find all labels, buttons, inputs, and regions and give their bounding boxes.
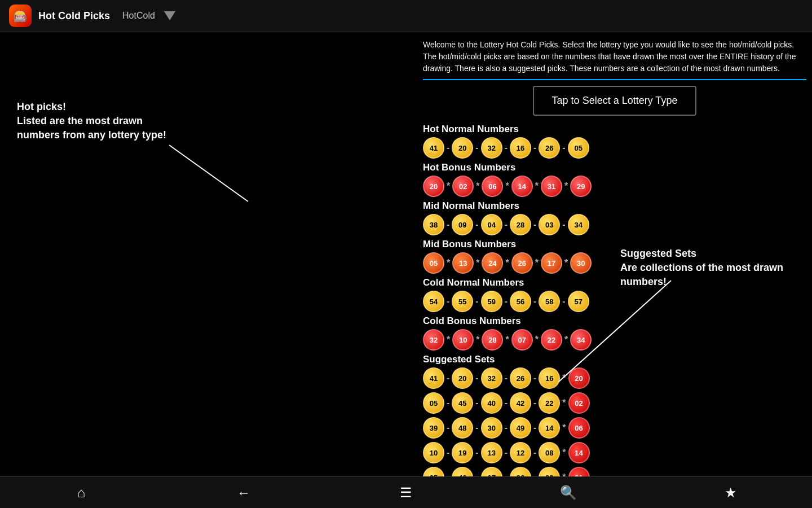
lottery-ball: 05	[423, 392, 444, 414]
ball-separator: -	[504, 373, 509, 383]
balls-row: 38-09-04-28-03-34	[423, 214, 806, 235]
tab-label: HotCold	[122, 11, 155, 21]
lottery-ball: 17	[541, 252, 562, 274]
right-annotation: Suggested Sets Are collections of the mo…	[620, 247, 801, 290]
ball-separator: -	[504, 448, 509, 458]
nav-menu[interactable]: ☰	[389, 480, 423, 505]
lottery-ball: 20	[452, 367, 473, 389]
lottery-ball: 06	[482, 176, 503, 197]
nav-favorites[interactable]: ★	[714, 480, 748, 505]
ball-separator: *	[563, 335, 569, 345]
lottery-ball: 13	[481, 442, 502, 463]
suggested-sets-label: Suggested Sets Are collections of the mo…	[620, 247, 801, 290]
lottery-ball: 32	[481, 137, 502, 159]
balls-row: 05-45-40-42-22*02	[423, 392, 806, 414]
lottery-ball: 14	[539, 417, 560, 439]
ball-separator: *	[475, 335, 480, 345]
ball-separator: *	[561, 398, 567, 408]
lottery-ball: 16	[539, 367, 560, 389]
lottery-ball: 54	[423, 291, 444, 312]
lottery-ball: 59	[481, 291, 502, 312]
lottery-ball: 05	[423, 252, 444, 274]
lottery-ball: 08	[539, 442, 560, 463]
lottery-ball: 31	[541, 176, 562, 197]
lottery-ball: 28	[482, 329, 503, 351]
lottery-ball: 20	[452, 137, 473, 159]
section-label-suggested: Suggested Sets	[423, 354, 806, 365]
lottery-ball: 06	[568, 417, 590, 439]
balls-row: 32*10*28*07*22*34	[423, 329, 806, 351]
left-annotation: Hot picks! Listed are the most drawn num…	[17, 100, 197, 143]
lottery-ball: 32	[423, 329, 444, 351]
lottery-ball: 02	[568, 392, 590, 414]
nav-back[interactable]: ←	[227, 480, 261, 505]
balls-row: 41-20-32-26-16*20	[423, 367, 806, 389]
ball-separator: -	[445, 423, 451, 433]
ball-separator: *	[445, 181, 451, 191]
section-label-mid_normal: Mid Normal Numbers	[423, 200, 806, 212]
app-title: Hot Cold Picks	[38, 10, 110, 22]
ball-separator: -	[445, 296, 451, 306]
ball-separator: *	[445, 258, 451, 268]
lottery-ball: 10	[423, 442, 444, 463]
ball-separator: -	[532, 448, 537, 458]
tap-select-button[interactable]: Tap to Select a Lottery Type	[533, 86, 696, 116]
lottery-ball: 19	[452, 442, 473, 463]
top-bar: 🎰 Hot Cold Picks HotCold	[0, 0, 812, 32]
ball-separator: -	[445, 373, 451, 383]
ball-separator: -	[532, 423, 537, 433]
ball-separator: *	[561, 448, 567, 458]
ball-separator: -	[474, 143, 479, 153]
lottery-ball: 02	[452, 176, 474, 197]
ball-separator: *	[475, 258, 480, 268]
ball-separator: -	[532, 143, 537, 153]
lottery-ball: 07	[511, 329, 533, 351]
lottery-ball: 20	[568, 367, 590, 389]
balls-row: 10-19-13-12-08*14	[423, 442, 806, 463]
ball-separator: -	[561, 143, 566, 153]
nav-home[interactable]: ⌂	[64, 480, 98, 505]
ball-separator: -	[532, 398, 537, 408]
lottery-ball: 58	[539, 291, 560, 312]
ball-separator: *	[504, 181, 510, 191]
ball-separator: -	[532, 220, 537, 230]
lottery-ball: 22	[541, 329, 562, 351]
lottery-ball: 09	[452, 214, 473, 235]
lottery-ball: 39	[423, 417, 444, 439]
ball-separator: *	[561, 423, 567, 433]
lottery-ball: 38	[423, 214, 444, 235]
ball-separator: -	[561, 296, 566, 306]
ball-separator: -	[445, 448, 451, 458]
balls-row: 20*02*06*14*31*29	[423, 176, 806, 197]
ball-separator: -	[504, 220, 509, 230]
lottery-ball: 12	[510, 442, 531, 463]
lottery-ball: 13	[452, 252, 474, 274]
ball-separator: *	[534, 258, 540, 268]
ball-separator: -	[445, 220, 451, 230]
lottery-ball: 04	[481, 214, 502, 235]
lottery-ball: 42	[510, 392, 531, 414]
ball-separator: *	[475, 181, 480, 191]
ball-separator: *	[504, 335, 510, 345]
ball-separator: -	[504, 398, 509, 408]
lottery-ball: 16	[510, 137, 531, 159]
welcome-text: Welcome to the Lottery Hot Cold Picks. S…	[423, 32, 806, 80]
lottery-ball: 45	[452, 392, 473, 414]
ball-separator: *	[561, 373, 567, 383]
ball-separator: -	[504, 296, 509, 306]
lottery-ball: 32	[481, 367, 502, 389]
ball-separator: -	[474, 220, 479, 230]
lottery-ball: 49	[510, 417, 531, 439]
lottery-ball: 55	[452, 291, 473, 312]
main-content: Hot picks! Listed are the most drawn num…	[0, 32, 812, 479]
ball-separator: *	[563, 258, 569, 268]
hot-picks-label: Hot picks! Listed are the most drawn num…	[17, 100, 197, 143]
ball-separator: *	[504, 258, 510, 268]
section-label-cold_bonus: Cold Bonus Numbers	[423, 316, 806, 327]
lottery-ball: 26	[510, 367, 531, 389]
section-label-hot_bonus: Hot Bonus Numbers	[423, 162, 806, 173]
nav-search[interactable]: 🔍	[551, 480, 585, 505]
ball-separator: -	[474, 373, 479, 383]
left-arrow-svg	[164, 139, 254, 207]
balls-row: 41-20-32-16-26-05	[423, 137, 806, 159]
